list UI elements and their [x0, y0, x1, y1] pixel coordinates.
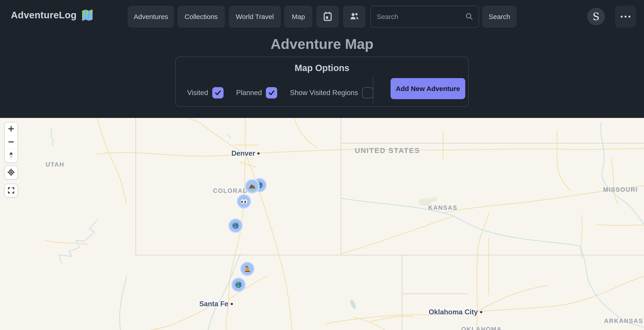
show-visited-regions-checkbox[interactable] — [362, 87, 373, 98]
geolocate-control — [4, 166, 18, 180]
user-avatar[interactable]: S — [587, 8, 605, 25]
minus-icon — [7, 138, 15, 146]
zoom-out-button[interactable] — [5, 136, 18, 149]
planned-checkbox[interactable] — [266, 87, 277, 98]
state-label-kansas: KANSAS — [428, 204, 457, 212]
more-menu-button[interactable] — [615, 6, 636, 28]
calendar-icon — [322, 11, 333, 22]
add-new-adventure-button[interactable]: Add New Adventure — [390, 78, 465, 99]
app-name: AdventureLog — [11, 10, 77, 20]
state-label-utah: UTAH — [46, 161, 64, 168]
visited-checkbox[interactable] — [212, 87, 224, 98]
search-box — [370, 6, 479, 28]
map-options-card: Map Options VisitedPlannedShow Visited R… — [175, 56, 469, 107]
fullscreen-control — [4, 184, 18, 197]
adventure-marker-boot[interactable] — [240, 262, 254, 276]
search-button[interactable]: Search — [482, 6, 516, 28]
plus-icon — [7, 125, 15, 133]
ellipsis-icon — [621, 16, 623, 18]
fullscreen-icon — [7, 186, 15, 195]
options-divider — [373, 77, 373, 104]
nav-item-adventures[interactable]: Adventures — [128, 6, 174, 28]
nav-item-map[interactable]: Map — [284, 6, 312, 28]
eyes-icon — [240, 197, 248, 206]
adventure-map[interactable]: UNITED STATESUTAHCOLORADOKANSASMISSOURIA… — [0, 118, 644, 330]
show-visited-regions-toggle: Show Visited Regions — [290, 87, 373, 98]
state-label-arkansas: ARKANSAS — [604, 318, 643, 324]
city-label-santa-fe: Santa Fe — [199, 300, 233, 308]
map-options-controls: VisitedPlannedShow Visited Regions — [187, 82, 380, 104]
top-navbar: AdventureLog AdventuresCollectionsWorld … — [0, 0, 644, 33]
city-label-oklahoma-city: Oklahoma City — [428, 308, 482, 316]
calendar-button[interactable] — [316, 6, 339, 28]
state-label-missouri: MISSOURI — [603, 186, 638, 193]
country-label-united-states: UNITED STATES — [355, 146, 420, 155]
boot-icon — [243, 264, 252, 273]
visited-toggle: Visited — [187, 87, 224, 98]
adventure-marker-eyes[interactable] — [237, 194, 251, 209]
planned-label: Planned — [236, 89, 262, 97]
mountain-icon — [248, 182, 256, 190]
app-logo[interactable]: AdventureLog — [11, 8, 94, 22]
globe-icon — [234, 280, 243, 289]
zoom-control-group — [4, 122, 18, 163]
geolocate-button[interactable] — [5, 166, 18, 179]
adventure-marker-globe[interactable] — [231, 278, 246, 292]
map-options-heading: Map Options — [176, 63, 468, 73]
users-icon — [349, 11, 360, 22]
globe-icon — [231, 221, 240, 230]
geolocate-icon — [7, 168, 15, 177]
city-dot — [258, 152, 260, 154]
users-button[interactable] — [343, 6, 366, 28]
pitch-arrows-icon — [7, 151, 15, 160]
planned-toggle: Planned — [236, 87, 278, 98]
nav-item-world-travel[interactable]: World Travel — [229, 6, 281, 28]
show-visited-regions-label: Show Visited Regions — [290, 89, 358, 97]
nav-item-collections[interactable]: Collections — [178, 6, 225, 28]
search-input[interactable] — [376, 13, 465, 21]
visited-label: Visited — [187, 89, 208, 97]
fullscreen-button[interactable] — [5, 184, 18, 197]
pitch-toggle-button[interactable] — [5, 149, 18, 162]
world-map-icon — [80, 8, 94, 22]
search-icon — [465, 12, 473, 21]
state-label-oklahoma: OKLAHOMA — [462, 326, 502, 330]
city-dot — [480, 311, 482, 313]
map-canvas — [0, 118, 644, 330]
adventure-marker-globe[interactable] — [228, 218, 243, 233]
zoom-in-button[interactable] — [5, 122, 18, 136]
city-label-denver: Denver — [231, 150, 260, 158]
page-title: Adventure Map — [0, 36, 644, 52]
city-dot — [231, 303, 233, 305]
adventure-marker-mountain[interactable] — [245, 179, 259, 194]
